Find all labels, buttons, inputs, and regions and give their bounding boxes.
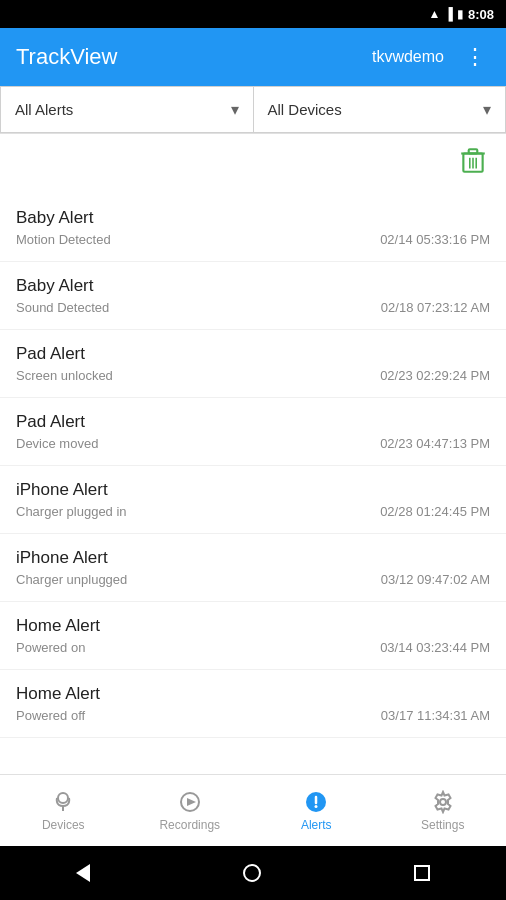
alert-time: 02/28 01:24:45 PM xyxy=(380,504,490,519)
status-time: 8:08 xyxy=(468,7,494,22)
alerts-icon xyxy=(304,790,328,814)
svg-point-12 xyxy=(315,805,318,808)
alert-detail-row: Screen unlocked 02/23 02:29:24 PM xyxy=(16,368,490,383)
svg-marker-9 xyxy=(187,798,196,806)
alert-item[interactable]: Baby Alert Sound Detected 02/18 07:23:12… xyxy=(0,262,506,330)
alert-item[interactable]: Home Alert Powered on 03/14 03:23:44 PM xyxy=(0,602,506,670)
alert-title: Home Alert xyxy=(16,616,490,636)
filter-bar: All Alerts ▾ All Devices ▾ xyxy=(0,86,506,134)
trash-icon xyxy=(460,146,486,176)
status-icons: ▲ ▐ ▮ 8:08 xyxy=(429,7,494,22)
alert-subtitle: Screen unlocked xyxy=(16,368,113,383)
nav-label-alerts: Alerts xyxy=(301,818,332,832)
alert-detail-row: Powered on 03/14 03:23:44 PM xyxy=(16,640,490,655)
signal-icon: ▐ xyxy=(444,7,453,21)
alert-time: 03/14 03:23:44 PM xyxy=(380,640,490,655)
back-icon xyxy=(76,864,90,882)
nav-item-alerts[interactable]: Alerts xyxy=(253,775,380,846)
alert-title: Home Alert xyxy=(16,684,490,704)
home-icon xyxy=(243,864,261,882)
back-button[interactable] xyxy=(68,856,98,890)
alert-title: Pad Alert xyxy=(16,344,490,364)
battery-icon: ▮ xyxy=(457,7,464,21)
device-filter-dropdown[interactable]: All Devices ▾ xyxy=(253,86,507,133)
alert-subtitle: Device moved xyxy=(16,436,98,451)
alert-item[interactable]: Home Alert Powered off 03/17 11:34:31 AM xyxy=(0,670,506,738)
alert-title: iPhone Alert xyxy=(16,480,490,500)
delete-button[interactable] xyxy=(456,142,490,186)
alert-item[interactable]: Pad Alert Device moved 02/23 04:47:13 PM xyxy=(0,398,506,466)
header: TrackView tkvwdemo ⋮ xyxy=(0,28,506,86)
device-filter-chevron-icon: ▾ xyxy=(483,100,491,119)
alert-item[interactable]: Baby Alert Motion Detected 02/14 05:33:1… xyxy=(0,194,506,262)
alert-title: Pad Alert xyxy=(16,412,490,432)
svg-point-13 xyxy=(440,799,446,805)
alert-time: 02/14 05:33:16 PM xyxy=(380,232,490,247)
alert-title: Baby Alert xyxy=(16,276,490,296)
nav-label-recordings: Recordings xyxy=(159,818,220,832)
alert-title: Baby Alert xyxy=(16,208,490,228)
alert-detail-row: Powered off 03/17 11:34:31 AM xyxy=(16,708,490,723)
alert-filter-dropdown[interactable]: All Alerts ▾ xyxy=(0,86,253,133)
settings-icon xyxy=(431,790,455,814)
alert-item[interactable]: iPhone Alert Charger plugged in 02/28 01… xyxy=(0,466,506,534)
alert-time: 03/12 09:47:02 AM xyxy=(381,572,490,587)
alert-subtitle: Charger plugged in xyxy=(16,504,127,519)
alert-time: 02/18 07:23:12 AM xyxy=(381,300,490,315)
nav-item-settings[interactable]: Settings xyxy=(380,775,507,846)
alert-time: 02/23 04:47:13 PM xyxy=(380,436,490,451)
app-title: TrackView xyxy=(16,44,117,70)
wifi-icon: ▲ xyxy=(429,7,441,21)
alert-title: iPhone Alert xyxy=(16,548,490,568)
nav-label-devices: Devices xyxy=(42,818,85,832)
alert-item[interactable]: iPhone Alert Charger unplugged 03/12 09:… xyxy=(0,534,506,602)
alert-filter-chevron-icon: ▾ xyxy=(231,100,239,119)
system-nav-bar xyxy=(0,846,506,900)
alert-subtitle: Motion Detected xyxy=(16,232,111,247)
home-button[interactable] xyxy=(235,856,269,890)
svg-point-6 xyxy=(58,793,68,803)
device-filter-label: All Devices xyxy=(268,101,342,118)
alert-detail-row: Sound Detected 02/18 07:23:12 AM xyxy=(16,300,490,315)
nav-label-settings: Settings xyxy=(421,818,464,832)
alert-detail-row: Device moved 02/23 04:47:13 PM xyxy=(16,436,490,451)
menu-button[interactable]: ⋮ xyxy=(460,40,490,74)
alert-subtitle: Powered off xyxy=(16,708,85,723)
recents-icon xyxy=(414,865,430,881)
nav-item-devices[interactable]: Devices xyxy=(0,775,127,846)
alert-time: 02/23 02:29:24 PM xyxy=(380,368,490,383)
alert-detail-row: Motion Detected 02/14 05:33:16 PM xyxy=(16,232,490,247)
status-bar: ▲ ▐ ▮ 8:08 xyxy=(0,0,506,28)
alert-list: Baby Alert Motion Detected 02/14 05:33:1… xyxy=(0,194,506,774)
alert-subtitle: Charger unplugged xyxy=(16,572,127,587)
header-right: tkvwdemo ⋮ xyxy=(372,40,490,74)
alert-detail-row: Charger plugged in 02/28 01:24:45 PM xyxy=(16,504,490,519)
alert-subtitle: Powered on xyxy=(16,640,85,655)
alert-detail-row: Charger unplugged 03/12 09:47:02 AM xyxy=(16,572,490,587)
alert-filter-label: All Alerts xyxy=(15,101,73,118)
recents-button[interactable] xyxy=(406,857,438,889)
alert-subtitle: Sound Detected xyxy=(16,300,109,315)
recordings-icon xyxy=(178,790,202,814)
bottom-nav: Devices Recordings Alerts Settings xyxy=(0,774,506,846)
alert-time: 03/17 11:34:31 AM xyxy=(381,708,490,723)
nav-item-recordings[interactable]: Recordings xyxy=(127,775,254,846)
alert-item[interactable]: Pad Alert Screen unlocked 02/23 02:29:24… xyxy=(0,330,506,398)
toolbar xyxy=(0,134,506,194)
devices-icon xyxy=(51,790,75,814)
username-label: tkvwdemo xyxy=(372,48,444,66)
